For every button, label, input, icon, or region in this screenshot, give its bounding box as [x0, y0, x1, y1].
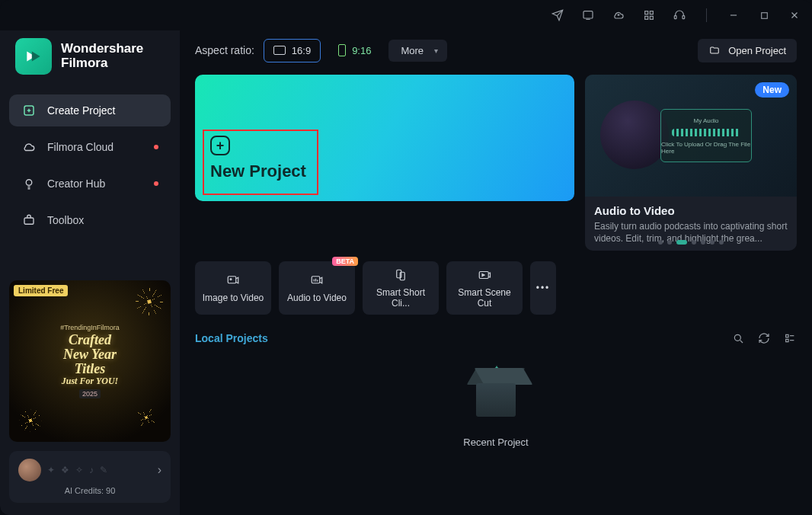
svg-rect-1 [645, 11, 648, 14]
new-project-highlight: + New Project [203, 130, 318, 195]
notification-dot-icon [154, 145, 158, 149]
svg-rect-4 [650, 16, 653, 19]
logo-text: Wondershare Filmora [61, 42, 143, 70]
smart-short-icon [392, 267, 410, 283]
empty-box-icon: ✦ [465, 373, 526, 426]
more-dots-icon: ••• [536, 283, 551, 293]
hero-row: + New Project New My Audio Click To Uplo… [195, 75, 797, 251]
chevron-down-icon: ▾ [434, 46, 438, 55]
credits-label: AI Credits: 90 [18, 486, 161, 495]
dot-icon[interactable] [710, 240, 714, 245]
promo-line: Crafted [69, 333, 111, 347]
dot-icon[interactable] [692, 240, 696, 245]
svg-rect-3 [645, 16, 648, 19]
tool-image-to-video[interactable]: Image to Video [195, 261, 271, 315]
svg-rect-24 [786, 334, 788, 337]
plus-icon: + [210, 136, 230, 155]
sidebar-item-filmora-cloud[interactable]: Filmora Cloud [9, 131, 171, 163]
promo-sub: #TrendingInFilmora [60, 324, 120, 331]
logo-line2: Filmora [61, 56, 143, 71]
titlebar-separator [706, 8, 707, 22]
sidebar: Wondershare Filmora Create Project Filmo… [0, 30, 180, 515]
apps-icon[interactable] [642, 8, 656, 22]
waveform-icon [672, 129, 740, 136]
logo-mark-icon [15, 38, 52, 75]
svg-rect-16 [228, 277, 236, 283]
minimize-icon[interactable] [727, 8, 740, 22]
audio-mock-sub: Click To Upload Or Drag The File Here [661, 141, 751, 155]
send-icon[interactable] [551, 8, 564, 22]
svg-rect-25 [786, 339, 788, 341]
open-project-button[interactable]: Open Project [698, 39, 797, 62]
close-icon[interactable] [788, 8, 801, 22]
new-project-hero[interactable]: + New Project [195, 75, 574, 201]
promo-ribbon: Limited Free [14, 285, 68, 296]
beta-badge: BETA [332, 257, 358, 266]
sidebar-item-label: Creator Hub [47, 178, 105, 190]
ratio-16-9-button[interactable]: 16:9 [264, 39, 321, 62]
image-to-video-icon [224, 273, 242, 288]
headphone-graphic-icon [600, 101, 669, 169]
dot-icon[interactable] [667, 240, 672, 245]
svg-line-23 [740, 341, 743, 343]
ratio-portrait-icon [338, 44, 346, 56]
notification-dot-icon [154, 181, 158, 186]
ratio-landscape-icon [273, 46, 286, 55]
tool-smart-scene-cut[interactable]: Smart Scene Cut [446, 261, 523, 315]
ratio-9-16-button[interactable]: 9:16 [328, 38, 381, 62]
maximize-icon[interactable] [757, 8, 771, 22]
mini-icon: ✦ [47, 465, 55, 475]
dot-icon[interactable] [701, 240, 705, 245]
more-tools-button[interactable]: ••• [530, 261, 556, 315]
sidebar-item-toolbox[interactable]: Toolbox [9, 204, 171, 236]
firework-icon [20, 410, 42, 432]
svg-point-14 [26, 180, 32, 186]
dot-icon[interactable] [719, 240, 724, 245]
sidebar-nav: Create Project Filmora Cloud Creator Hub… [9, 94, 171, 236]
logo: Wondershare Filmora [9, 34, 171, 88]
svg-rect-2 [650, 11, 653, 14]
dot-icon[interactable] [676, 240, 687, 245]
mini-icon: ❖ [61, 465, 69, 475]
credits-card[interactable]: ✦ ❖ ✧ ♪ ✎ › AI Credits: 90 [9, 451, 171, 503]
export-icon[interactable] [581, 8, 595, 22]
tools-row: Image to Video BETA Audio to Video Smart… [195, 261, 797, 315]
feature-card-audio-to-video[interactable]: New My Audio Click To Upload Or Drag The… [585, 75, 797, 251]
open-project-label: Open Project [728, 45, 786, 56]
svg-rect-15 [24, 218, 34, 224]
sidebar-item-creator-hub[interactable]: Creator Hub [9, 168, 171, 200]
sidebar-item-label: Filmora Cloud [47, 141, 113, 153]
dot-icon[interactable] [658, 240, 663, 245]
sidebar-item-create-project[interactable]: Create Project [9, 94, 171, 126]
promo-line: New Year [63, 347, 117, 362]
search-icon[interactable] [731, 331, 745, 345]
svg-rect-6 [683, 16, 685, 19]
empty-state: ✦ Recent Project [195, 345, 797, 507]
more-label: More [401, 45, 424, 56]
tool-label: Smart Scene Cut [451, 287, 518, 309]
feature-title: Audio to Video [594, 204, 788, 217]
avatar [18, 459, 41, 481]
mini-icon: ✎ [100, 465, 107, 475]
app-window: Wondershare Filmora Create Project Filmo… [0, 0, 812, 515]
sidebar-item-label: Create Project [47, 104, 115, 117]
refresh-icon[interactable] [757, 331, 771, 345]
tool-label: Image to Video [203, 293, 264, 303]
mini-icon: ♪ [89, 465, 94, 475]
promo-card[interactable]: Limited Free #TrendingInFilmora Crafted … [9, 280, 171, 442]
promo-line: Just For YOU! [62, 376, 118, 386]
list-view-icon[interactable] [783, 331, 797, 345]
chevron-right-icon: › [158, 463, 161, 477]
svg-point-17 [230, 279, 232, 280]
toolbox-icon [21, 213, 37, 227]
ratio-label: 9:16 [352, 45, 371, 56]
cloud-upload-icon[interactable] [612, 8, 625, 22]
logo-line1: Wondershare [61, 42, 143, 56]
tool-audio-to-video[interactable]: BETA Audio to Video [279, 261, 355, 315]
more-ratios-button[interactable]: More ▾ [388, 40, 447, 62]
tool-smart-short-clip[interactable]: Smart Short Cli... [363, 261, 439, 315]
content: Aspect ratio: 16:9 9:16 More ▾ Open Proj… [180, 30, 812, 515]
carousel-dots[interactable] [658, 240, 724, 245]
support-icon[interactable] [673, 8, 686, 22]
new-project-title: New Project [210, 162, 311, 181]
